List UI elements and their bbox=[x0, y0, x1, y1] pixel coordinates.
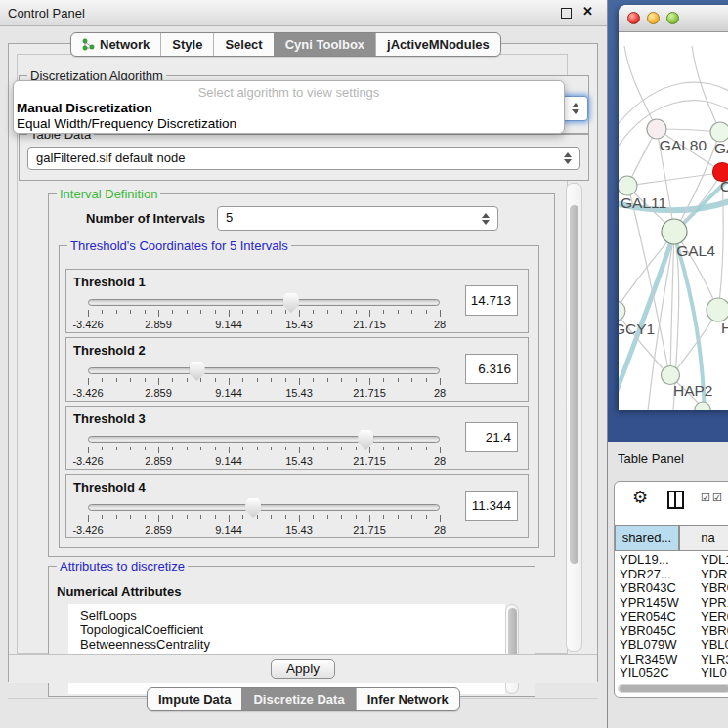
table-column-header[interactable]: na bbox=[679, 525, 728, 551]
thresholds-group: Threshold's Coordinates for 5 Intervals … bbox=[59, 245, 539, 548]
slider-track[interactable] bbox=[88, 299, 440, 306]
apply-button[interactable]: Apply bbox=[271, 659, 335, 679]
tab-style[interactable]: Style bbox=[160, 33, 213, 56]
edge[interactable] bbox=[628, 173, 721, 186]
tick-mark bbox=[187, 378, 188, 382]
tick-mark bbox=[411, 378, 412, 382]
checkbox-icon[interactable]: ☑ bbox=[701, 492, 710, 504]
table-header-row: shared...na bbox=[615, 525, 728, 551]
tick-mark bbox=[383, 310, 384, 314]
tick-mark bbox=[88, 515, 89, 522]
tab-impute-data[interactable]: Impute Data bbox=[148, 688, 241, 710]
number-of-intervals-spinner[interactable]: 5 bbox=[217, 206, 498, 231]
tick-mark bbox=[411, 515, 412, 519]
tick-mark bbox=[327, 310, 328, 314]
table-data-combo[interactable]: galFiltered.sif default node bbox=[27, 147, 580, 170]
node-label: GAL4 bbox=[676, 242, 715, 259]
tab-jactivemnodules[interactable]: jActiveMNodules bbox=[375, 33, 500, 56]
node-label: C bbox=[720, 178, 728, 194]
dropdown-option-equal-width[interactable]: Equal Width/Frequency Discretization bbox=[17, 116, 236, 131]
tick-mark bbox=[369, 378, 370, 385]
tab-infer-network[interactable]: Infer Network bbox=[356, 688, 459, 710]
panel-scrollbar[interactable] bbox=[566, 183, 582, 652]
traffic-light-minimize-icon[interactable] bbox=[647, 12, 660, 24]
tick-mark bbox=[271, 447, 272, 450]
tick-mark bbox=[271, 515, 272, 519]
tab-network[interactable]: Network bbox=[71, 33, 160, 56]
tick-mark bbox=[215, 310, 216, 314]
table-horizontal-scrollbar[interactable] bbox=[618, 684, 728, 693]
tab-discretize-data[interactable]: Discretize Data bbox=[241, 688, 355, 710]
edge[interactable] bbox=[692, 46, 720, 132]
network-icon bbox=[82, 38, 95, 51]
tick-label: 21.715 bbox=[353, 319, 386, 330]
table-cell: YDR2 bbox=[693, 568, 728, 582]
traffic-light-zoom-icon[interactable] bbox=[666, 12, 679, 24]
tick-mark bbox=[398, 378, 399, 382]
attribute-item-betweennesscentrality[interactable]: BetweennessCentrality bbox=[68, 637, 505, 652]
table-column-header[interactable]: shared... bbox=[615, 525, 679, 551]
table-row[interactable]: YPR145WYPR1 bbox=[617, 596, 728, 611]
gear-icon[interactable]: ⚙ bbox=[632, 489, 648, 506]
attribute-item-topologicalcoefficient[interactable]: TopologicalCoefficient bbox=[68, 622, 505, 637]
tab-cyni-toolbox[interactable]: Cyni Toolbox bbox=[274, 33, 375, 56]
tick-mark bbox=[88, 310, 89, 317]
network-node-gcy1[interactable] bbox=[619, 301, 625, 321]
table-row[interactable]: YDL19...YDL1 bbox=[617, 553, 728, 568]
tab-label: Impute Data bbox=[158, 688, 231, 710]
network-node-gal4[interactable] bbox=[662, 219, 687, 244]
table-row[interactable]: YER054CYER0 bbox=[617, 610, 728, 624]
network-node-h[interactable] bbox=[707, 298, 728, 321]
threshold-label: Threshold 3 bbox=[73, 411, 146, 426]
threshold-value-field[interactable]: 21.4 bbox=[465, 422, 518, 452]
edge[interactable] bbox=[619, 82, 728, 128]
combo-arrows-icon bbox=[572, 103, 580, 114]
table-hscrollbar-thumb[interactable] bbox=[620, 685, 728, 692]
network-canvas[interactable]: GAL80GACGAL11GAL4GCY1HHAP2 bbox=[619, 32, 728, 410]
tick-mark bbox=[215, 378, 216, 382]
float-window-icon[interactable] bbox=[561, 8, 572, 19]
tick-mark bbox=[313, 310, 314, 314]
attribute-item-selfloops[interactable]: SelfLoops bbox=[68, 608, 505, 622]
dropdown-option-manual-discretization[interactable]: Manual Discretization bbox=[17, 101, 152, 115]
threshold-value-field[interactable]: 11.344 bbox=[465, 491, 518, 521]
tab-select[interactable]: Select bbox=[213, 33, 273, 56]
tick-mark bbox=[257, 447, 258, 450]
network-node-gal80[interactable] bbox=[647, 119, 666, 139]
traffic-light-close-icon[interactable] bbox=[627, 12, 640, 24]
network-node-ga[interactable] bbox=[710, 122, 728, 142]
table-row[interactable]: YBR045CYBR0 bbox=[617, 624, 728, 639]
apply-bar: Apply bbox=[9, 654, 597, 683]
tick-mark bbox=[383, 378, 384, 382]
network-node[interactable] bbox=[695, 402, 710, 410]
table-row[interactable]: YBR043CYBR0 bbox=[617, 581, 728, 596]
table-row[interactable]: YBL079WYBL0 bbox=[617, 638, 728, 653]
tick-mark bbox=[145, 378, 146, 382]
threshold-value-field[interactable]: 14.713 bbox=[465, 285, 518, 316]
tick-mark bbox=[229, 447, 230, 453]
tick-mark bbox=[145, 310, 146, 314]
close-icon[interactable]: ✕ bbox=[582, 4, 593, 19]
table-row[interactable]: YIL052CYIL0 bbox=[617, 666, 728, 681]
tick-mark bbox=[116, 447, 117, 450]
split-pane-icon[interactable] bbox=[667, 491, 684, 509]
network-node-gal11[interactable] bbox=[619, 176, 637, 195]
control-panel-window: Control Panel ✕ NetworkStyleSelectCyni T… bbox=[0, 0, 608, 728]
tick-mark bbox=[285, 515, 286, 519]
table-row[interactable]: YDR27...YDR2 bbox=[617, 568, 728, 582]
slider-track[interactable] bbox=[88, 367, 440, 374]
table-row[interactable]: YLR345WYLR3 bbox=[617, 653, 728, 667]
panel-scrollbar-thumb[interactable] bbox=[570, 205, 578, 564]
slider-track[interactable] bbox=[88, 504, 440, 511]
threshold-value-field[interactable]: 6.316 bbox=[465, 354, 518, 384]
tick-mark bbox=[215, 447, 216, 450]
tick-mark bbox=[187, 447, 188, 450]
tick-mark bbox=[369, 447, 370, 453]
top-tab-bar: NetworkStyleSelectCyni ToolboxjActiveMNo… bbox=[70, 32, 501, 57]
slider-track[interactable] bbox=[88, 436, 440, 443]
tick-label: 28 bbox=[434, 387, 446, 399]
tick-mark bbox=[229, 515, 230, 522]
checkbox-icon[interactable]: ☑ bbox=[712, 492, 722, 504]
edge[interactable] bbox=[624, 46, 657, 129]
edge[interactable] bbox=[619, 234, 674, 310]
